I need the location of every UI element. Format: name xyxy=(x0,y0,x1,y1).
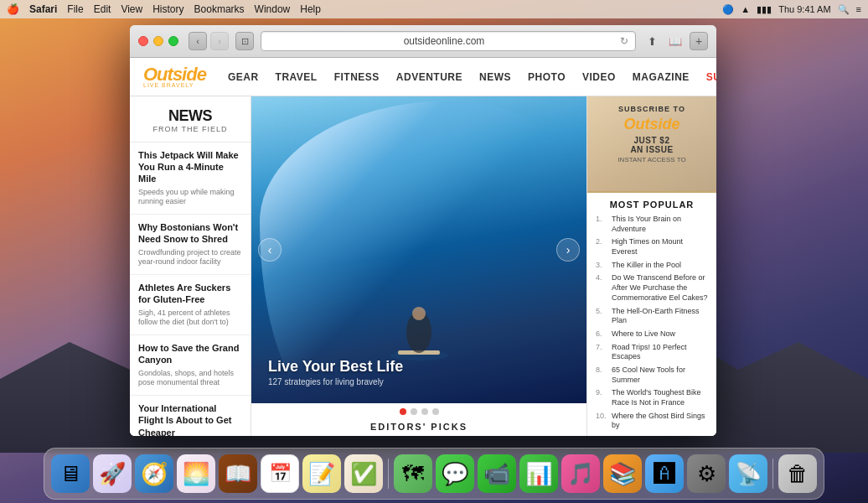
nav-travel[interactable]: Travel xyxy=(267,58,326,96)
news-from-field-header: NEWS FROM THE FIELD xyxy=(130,103,251,143)
dock-reminders[interactable]: ✅ xyxy=(344,454,383,493)
dock-launchpad[interactable]: 🚀 xyxy=(93,454,132,493)
wifi-icon: ▲ xyxy=(741,4,750,14)
popular-item-3[interactable]: 4. Do We Transcend Before or After We Pu… xyxy=(596,273,708,303)
dock-airdrop[interactable]: 📡 xyxy=(729,454,767,493)
dock-sysprefs[interactable]: ⚙ xyxy=(687,454,726,493)
nav-buttons: ‹ › xyxy=(189,32,229,50)
dock-separator-2 xyxy=(772,459,773,489)
dock: 🖥 🚀 🧭 🌅 📖 📅 📝 ✅ 🗺 💬 📹 📊 🎵 📚 🅰 ⚙ 📡 🗑 xyxy=(44,448,824,500)
dock-numbers[interactable]: 📊 xyxy=(519,454,558,493)
nav-magazine[interactable]: Magazine xyxy=(624,58,698,96)
website-content: Outside LIVE BRAVELY Gear Travel Fitness… xyxy=(130,58,716,436)
news-title-0: This Jetpack Will Make You Run a 4-Minut… xyxy=(138,149,242,185)
popular-text-2: The Killer in the Pool xyxy=(612,261,681,271)
menubar-edit[interactable]: Edit xyxy=(94,3,111,15)
menubar-app-name[interactable]: Safari xyxy=(29,3,57,15)
menubar-file[interactable]: File xyxy=(67,3,83,15)
popular-item-9[interactable]: 10. Where the Ghost Bird Sings by xyxy=(596,412,708,431)
browser-titlebar: ‹ › ⊡ outsideonline.com ↻ ⬆ 📖 + xyxy=(130,25,716,57)
nav-video[interactable]: Video xyxy=(574,58,624,96)
hero-title: Live Your Best Life xyxy=(268,359,403,376)
minimize-button[interactable] xyxy=(153,36,163,46)
tab-overview-button[interactable]: ⊡ xyxy=(235,32,254,50)
hero-next-button[interactable]: › xyxy=(556,238,580,262)
news-header-line2: FROM THE FIELD xyxy=(138,125,242,133)
dock-separator xyxy=(388,459,389,489)
bookmark-button[interactable]: 📖 xyxy=(666,32,685,50)
dock-safari[interactable]: 🧭 xyxy=(135,454,173,493)
dock-calendar[interactable]: 📅 xyxy=(261,454,299,493)
news-item-0[interactable]: This Jetpack Will Make You Run a 4-Minut… xyxy=(130,143,251,215)
news-item-1[interactable]: Why Bostonians Won't Need Snow to Shred … xyxy=(130,215,251,275)
hero-area: ‹ › Live Your Best Life 127 strategies f… xyxy=(251,96,586,436)
popular-num-7: 8. xyxy=(596,366,607,385)
new-tab-button[interactable]: + xyxy=(690,32,708,50)
dock-messages[interactable]: 💬 xyxy=(436,454,474,493)
dock-ibooks[interactable]: 📚 xyxy=(603,454,642,493)
popular-item-7[interactable]: 8. 65 Cool New Tools for Summer xyxy=(596,366,708,385)
nav-gear[interactable]: Gear xyxy=(220,58,267,96)
hero-dot-1[interactable] xyxy=(411,408,417,415)
popular-item-0[interactable]: 1. This Is Your Brain on Adventure xyxy=(596,215,708,234)
popular-num-8: 9. xyxy=(596,388,607,407)
outside-logo[interactable]: Outside LIVE BRAVELY xyxy=(143,65,206,88)
menubar-window[interactable]: Window xyxy=(255,3,291,15)
zoom-button[interactable] xyxy=(168,36,178,46)
popular-item-2[interactable]: 3. The Killer in the Pool xyxy=(596,261,708,271)
popular-item-4[interactable]: 5. The Hell-On-Earth Fitness Plan xyxy=(596,307,708,326)
news-desc-1: Crowdfunding project to create year-roun… xyxy=(138,248,242,267)
nav-fitness[interactable]: Fitness xyxy=(326,58,388,96)
dock-finder[interactable]: 🖥 xyxy=(51,454,90,493)
popular-num-0: 1. xyxy=(596,215,607,234)
nav-photo[interactable]: Photo xyxy=(519,58,574,96)
dock-books[interactable]: 📖 xyxy=(219,454,257,493)
address-bar[interactable]: outsideonline.com ↻ xyxy=(261,31,636,51)
nav-subscribe[interactable]: Subscribe xyxy=(698,58,716,96)
popular-text-3: Do We Transcend Before or After We Purch… xyxy=(612,273,708,303)
popular-num-2: 3. xyxy=(596,261,607,271)
hero-dot-3[interactable] xyxy=(432,408,439,415)
popular-text-6: Road Trips! 10 Perfect Escapes xyxy=(612,343,708,362)
subscribe-box[interactable]: SUBSCRIBE TO Outside JUST $2 AN ISSUE IN… xyxy=(587,96,716,193)
dock-itunes[interactable]: 🎵 xyxy=(561,454,600,493)
dock-appstore[interactable]: 🅰 xyxy=(645,454,684,493)
popular-item-5[interactable]: 6. Where to Live Now xyxy=(596,329,708,340)
most-popular-section: MOST POPULAR 1. This Is Your Brain on Ad… xyxy=(587,193,716,436)
close-button[interactable] xyxy=(138,36,148,46)
news-item-4[interactable]: Your International Flight Is About to Ge… xyxy=(130,396,251,436)
right-sidebar: SUBSCRIBE TO Outside JUST $2 AN ISSUE IN… xyxy=(586,96,716,436)
popular-item-1[interactable]: 2. High Times on Mount Everest xyxy=(596,237,708,257)
dock-trash[interactable]: 🗑 xyxy=(778,454,817,493)
back-button[interactable]: ‹ xyxy=(189,32,207,50)
main-content-area: NEWS FROM THE FIELD This Jetpack Will Ma… xyxy=(130,96,716,436)
nav-adventure[interactable]: Adventure xyxy=(388,58,471,96)
menubar-help[interactable]: Help xyxy=(300,3,321,15)
dock-photos[interactable]: 🌅 xyxy=(177,454,215,493)
news-item-3[interactable]: How to Save the Grand Canyon Gondolas, s… xyxy=(130,335,251,396)
share-button[interactable]: ⬆ xyxy=(643,32,661,50)
subscribe-price-line1: JUST $2 xyxy=(596,136,708,145)
forward-button[interactable]: › xyxy=(210,32,229,50)
news-title-4: Your International Flight Is About to Ge… xyxy=(138,402,242,436)
macbook-frame: 🍎 Safari File Edit View History Bookmark… xyxy=(0,0,868,503)
dock-notes[interactable]: 📝 xyxy=(302,454,341,493)
apple-menu[interactable]: 🍎 xyxy=(7,3,19,15)
menubar-bookmarks[interactable]: Bookmarks xyxy=(194,3,245,15)
dock-facetime[interactable]: 📹 xyxy=(478,454,516,493)
notification-icon[interactable]: ≡ xyxy=(856,4,861,14)
popular-item-6[interactable]: 7. Road Trips! 10 Perfect Escapes xyxy=(596,343,708,362)
news-item-2[interactable]: Athletes Are Suckers for Gluten-Free Sig… xyxy=(130,275,251,335)
dock-maps[interactable]: 🗺 xyxy=(394,454,432,493)
refresh-button[interactable]: ↻ xyxy=(620,35,628,47)
bluetooth-icon: 🔵 xyxy=(722,4,734,15)
popular-item-8[interactable]: 9. The World's Toughest Bike Race Is Not… xyxy=(596,388,708,407)
menubar-history[interactable]: History xyxy=(152,3,183,15)
nav-news[interactable]: News xyxy=(471,58,519,96)
hero-dot-0[interactable] xyxy=(400,408,406,415)
hero-prev-button[interactable]: ‹ xyxy=(258,238,282,262)
nav-links: Gear Travel Fitness Adventure News Photo… xyxy=(220,58,716,96)
search-menubar-icon[interactable]: 🔍 xyxy=(838,4,850,15)
menubar-view[interactable]: View xyxy=(121,3,142,15)
hero-dot-2[interactable] xyxy=(421,408,428,415)
